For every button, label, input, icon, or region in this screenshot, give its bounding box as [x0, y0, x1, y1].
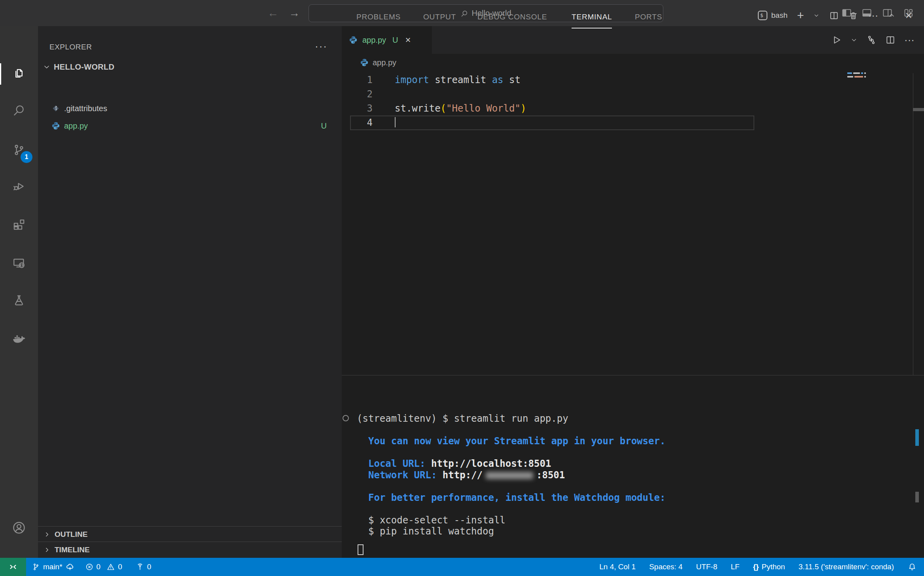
editor-cursor: [395, 117, 396, 127]
braces-icon: {}: [753, 563, 759, 571]
files-icon: [12, 66, 26, 80]
terminal-cursor: [358, 544, 364, 555]
ports-status-item[interactable]: 0: [136, 558, 151, 576]
source-control-badge: 1: [21, 151, 32, 163]
tab-debug-console[interactable]: DEBUG CONSOLE: [477, 11, 547, 28]
problems-status-item[interactable]: 0 0: [85, 558, 122, 576]
tab-problems[interactable]: PROBLEMS: [356, 11, 401, 28]
kill-terminal-icon[interactable]: [848, 11, 858, 21]
line-number: 3: [342, 101, 373, 116]
language-label: Python: [761, 563, 785, 571]
redacted-ip: [486, 472, 533, 479]
editor-actions: ···: [831, 35, 915, 45]
new-terminal-icon[interactable]: +: [797, 10, 804, 21]
tab-output[interactable]: OUTPUT: [423, 11, 456, 28]
command-decoration-icon[interactable]: [343, 415, 349, 421]
editor-scrollbar-thumb[interactable]: [913, 108, 924, 111]
sidebar-item-explorer[interactable]: [0, 61, 38, 86]
terminal-profile[interactable]: $ bash: [758, 11, 788, 20]
docker-icon: [12, 332, 26, 346]
terminal-scrollbar-thumb[interactable]: [915, 492, 919, 502]
branch-status-item[interactable]: main*: [32, 558, 75, 576]
cursor-position-item[interactable]: Ln 4, Col 1: [599, 558, 636, 576]
file-name: app.py: [64, 121, 88, 131]
split-terminal-icon[interactable]: [829, 11, 839, 21]
timeline-section-header[interactable]: TIMELINE: [38, 542, 342, 557]
terminal-line-blank: [357, 424, 665, 436]
terminal-line: Local URL: http://localhost:8501: [357, 458, 665, 470]
folder-name: HELLO-WORLD: [54, 63, 114, 72]
chevron-down-icon: [43, 63, 51, 71]
sidebar-item-docker[interactable]: [0, 326, 38, 351]
terminal-line: (streamlitenv) $ streamlit run app.py: [357, 413, 665, 424]
tab-git-badge: U: [392, 36, 398, 45]
run-debug-icon: [12, 180, 26, 193]
navigate-back-icon[interactable]: ←: [267, 6, 278, 20]
tab-app-py[interactable]: app.py U ×: [342, 26, 432, 54]
outline-section-header[interactable]: OUTLINE: [38, 526, 342, 542]
git-status-badge: U: [321, 121, 327, 131]
remote-indicator[interactable]: [0, 558, 26, 576]
terminal-line: $ xcode-select --install: [357, 515, 665, 526]
file-row-app-py[interactable]: app.py U: [38, 117, 342, 135]
notifications-bell-icon[interactable]: [907, 562, 917, 572]
encoding-item[interactable]: UTF-8: [696, 558, 718, 576]
terminal-output[interactable]: (streamlitenv) $ streamlit run app.py Yo…: [357, 413, 665, 537]
eol-item[interactable]: LF: [731, 558, 740, 576]
explorer-title: EXPLORER: [49, 43, 92, 51]
sidebar-item-run-debug[interactable]: [0, 174, 38, 199]
remote-icon: [8, 562, 18, 572]
explorer-more-actions-icon[interactable]: ···: [315, 40, 328, 53]
terminal-line: Network URL: http://:8501: [357, 470, 665, 481]
sidebar-item-search[interactable]: [0, 98, 38, 123]
python-file-icon: [360, 58, 369, 67]
sidebar-item-extensions[interactable]: [0, 212, 38, 237]
warnings-count: 0: [118, 563, 122, 571]
language-mode-item[interactable]: {} Python: [753, 558, 785, 576]
breadcrumb[interactable]: app.py: [342, 54, 924, 71]
sidebar-item-remote-explorer[interactable]: [0, 250, 38, 276]
terminal-line: You can now view your Streamlit app in y…: [357, 436, 665, 447]
account-icon: [12, 521, 26, 535]
vscode-window: { "window": { "search_label": "Hello-wor…: [0, 0, 924, 576]
search-icon: [12, 104, 26, 117]
extensions-icon: [12, 218, 26, 231]
chevron-right-icon: [44, 546, 51, 553]
navigate-forward-icon[interactable]: →: [289, 6, 300, 20]
split-editor-icon[interactable]: [885, 35, 896, 45]
run-dropdown-chevron-icon[interactable]: [850, 36, 858, 44]
terminal-line-blank: [357, 447, 665, 459]
close-icon[interactable]: ×: [405, 35, 411, 45]
outline-label: OUTLINE: [55, 530, 87, 539]
panel-more-actions-icon[interactable]: ···: [868, 10, 878, 21]
terminal-actions: $ bash + ··· ×: [758, 10, 912, 21]
file-name: .gitattributes: [64, 104, 107, 113]
sidebar-item-testing[interactable]: [0, 288, 38, 313]
publish-cloud-icon: [65, 562, 75, 572]
run-python-file-icon[interactable]: [831, 35, 842, 45]
maximize-panel-icon[interactable]: [888, 11, 896, 19]
sidebar-item-source-control[interactable]: [0, 137, 38, 163]
code-line-1: import streamlit as st: [395, 73, 521, 87]
file-row-gitattributes[interactable]: .gitattributes: [38, 100, 342, 117]
python-interpreter-item[interactable]: 3.11.5 ('streamlitenv': conda): [799, 558, 894, 576]
terminal-launch-chevron-icon[interactable]: [813, 12, 820, 19]
tab-terminal[interactable]: TERMINAL: [572, 11, 612, 28]
terminal-line: $ pip install watchdog: [357, 526, 665, 537]
git-branch-icon: [32, 563, 40, 571]
line-number: 1: [342, 73, 373, 87]
branch-label: main*: [43, 563, 62, 571]
accounts-button[interactable]: [0, 515, 38, 540]
folder-row-hello-world[interactable]: HELLO-WORLD: [38, 58, 342, 76]
open-changes-icon[interactable]: [866, 35, 877, 45]
terminal-line: For better performance, install the Watc…: [357, 492, 665, 504]
activity-bar: 1 ⚙: [0, 26, 38, 558]
close-panel-icon[interactable]: ×: [905, 10, 912, 21]
terminal-line-blank: [357, 481, 665, 492]
explorer-sidebar: EXPLORER ··· HELLO-WORLD .gitattributes …: [38, 26, 342, 558]
indentation-item[interactable]: Spaces: 4: [649, 558, 683, 576]
line-number-active: 4: [342, 116, 373, 130]
editor-more-actions-icon[interactable]: ···: [904, 35, 915, 45]
tab-ports[interactable]: PORTS: [635, 11, 662, 28]
status-bar: main* 0 0 0 Ln 4, Col 1 Spaces: 4 UTF-8 …: [0, 558, 924, 576]
